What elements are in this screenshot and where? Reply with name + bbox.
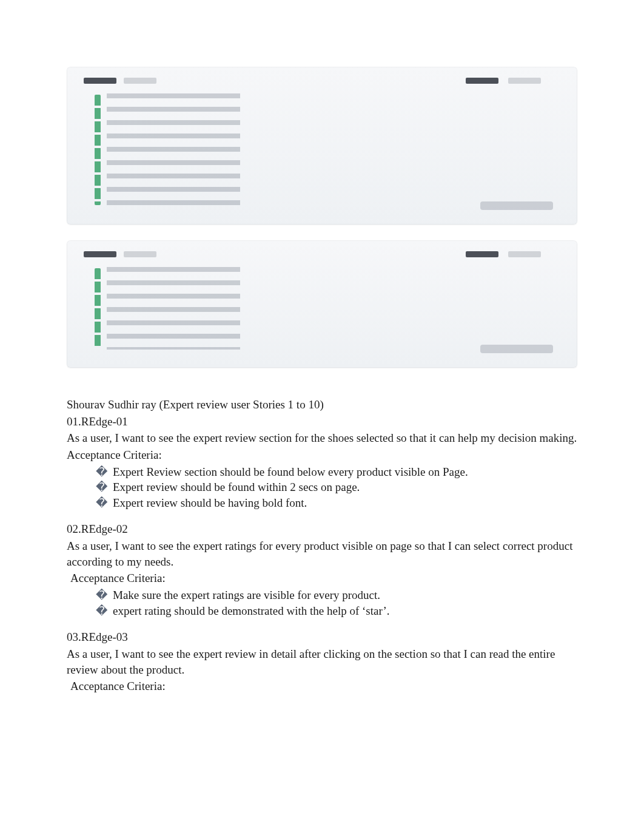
- story-description: As a user, I want to see the expert rati…: [67, 538, 577, 569]
- document-body: Shourav Sudhir ray (Expert review user S…: [67, 385, 577, 694]
- criterion-text: Expert Review section should be found be…: [113, 464, 577, 480]
- acceptance-criteria-heading: Acceptance Criteria:: [67, 570, 577, 586]
- acceptance-criteria-heading: Acceptance Criteria:: [67, 447, 577, 463]
- criterion-text: expert rating should be demonstrated wit…: [113, 603, 577, 619]
- bullet-icon: �: [96, 464, 113, 480]
- user-story-03: 03.REdge-03 As a user, I want to see the…: [67, 629, 577, 694]
- story-description: As a user, I want to see the expert revi…: [67, 430, 577, 446]
- story-id: 02.REdge-02: [67, 521, 577, 537]
- bullet-icon: �: [96, 495, 113, 511]
- embedded-screenshot-2: [67, 240, 577, 368]
- embedded-screenshots: [67, 67, 577, 368]
- author-attribution: Shourav Sudhir ray (Expert review user S…: [67, 397, 577, 413]
- story-description: As a user, I want to see the expert revi…: [67, 646, 577, 677]
- criterion-text: Make sure the expert ratings are visible…: [113, 587, 577, 603]
- user-story-02: 02.REdge-02 As a user, I want to see the…: [67, 521, 577, 618]
- list-item: � expert rating should be demonstrated w…: [67, 603, 577, 619]
- criterion-text: Expert review should be found within 2 s…: [113, 479, 577, 495]
- embedded-screenshot-1: [67, 67, 577, 225]
- list-item: � Expert review should be having bold fo…: [67, 495, 577, 511]
- list-item: � Expert Review section should be found …: [67, 464, 577, 480]
- story-id: 03.REdge-03: [67, 629, 577, 645]
- list-item: � Make sure the expert ratings are visib…: [67, 587, 577, 603]
- criterion-text: Expert review should be having bold font…: [113, 495, 577, 511]
- acceptance-criteria-list: � Expert Review section should be found …: [67, 464, 577, 511]
- story-id: 01.REdge-01: [67, 414, 577, 430]
- bullet-icon: �: [96, 479, 113, 495]
- user-story-01: 01.REdge-01 As a user, I want to see the…: [67, 414, 577, 511]
- acceptance-criteria-heading: Acceptance Criteria:: [67, 678, 577, 694]
- bullet-icon: �: [96, 603, 113, 619]
- list-item: � Expert review should be found within 2…: [67, 479, 577, 495]
- acceptance-criteria-list: � Make sure the expert ratings are visib…: [67, 587, 577, 618]
- bullet-icon: �: [96, 587, 113, 603]
